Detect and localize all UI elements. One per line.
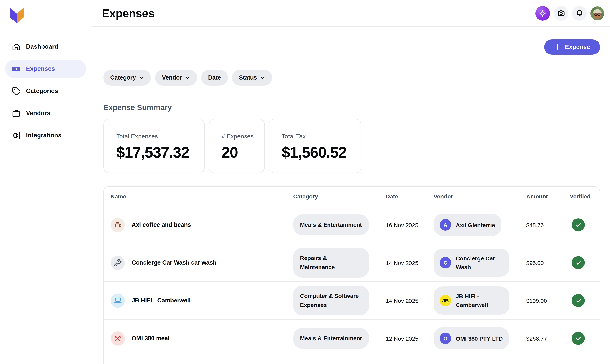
verified-check-icon — [572, 332, 585, 345]
vendor-name: OMI 380 PTY LTD — [456, 334, 503, 343]
sidebar-nav: Dashboard Expenses Categories Vendors — [5, 38, 86, 144]
expense-name: Axi coffee and beans — [132, 221, 191, 228]
card-label: Total Expenses — [116, 133, 204, 140]
vendor-avatar: JB — [440, 295, 451, 306]
category-pill: Computer & Software Expenses — [293, 286, 369, 315]
expense-amount: $48.76 — [526, 221, 570, 228]
sidebar-item-dashboard[interactable]: Dashboard — [5, 38, 86, 56]
summary-card-total-tax: Total Tax $1,560.52 — [269, 119, 361, 173]
expense-amount: $268.77 — [526, 335, 570, 342]
topbar-actions — [535, 6, 604, 20]
column-header-category: Category — [293, 193, 386, 199]
vendor-pill: CConcierge Car Wash — [434, 248, 509, 277]
table-row[interactable]: JB HIFI - Camberwell Computer & Software… — [104, 282, 600, 320]
sidebar-item-vendors[interactable]: Vendors — [5, 104, 86, 122]
coffee-cup-icon — [111, 218, 125, 232]
vendor-avatar: O — [440, 333, 451, 344]
wrench-icon — [111, 256, 125, 270]
summary-card-expense-count: # Expenses 20 — [209, 119, 265, 173]
table-row[interactable]: Concierge Car Wash car wash Repairs & Ma… — [104, 244, 600, 282]
vendor-avatar: C — [440, 257, 451, 268]
expense-amount: $95.00 — [526, 260, 570, 266]
utensils-icon — [111, 331, 125, 345]
sidebar-item-label: Dashboard — [26, 43, 58, 50]
expenses-table: Name Category Date Vendor Amount Verifie… — [103, 186, 600, 364]
vendor-avatar: A — [440, 219, 451, 231]
home-icon — [12, 42, 21, 51]
category-pill: Meals & Entertainment — [293, 214, 369, 235]
table-header: Name Category Date Vendor Amount Verifie… — [104, 187, 600, 206]
column-header-name: Name — [111, 193, 293, 199]
app: Dashboard Expenses Categories Vendors — [0, 0, 610, 364]
vendor-name: JB HIFI - Camberwell — [456, 292, 503, 309]
actions-row: Expense — [103, 39, 600, 55]
filter-bar: Category Vendor Date Status — [103, 70, 600, 86]
table-row[interactable]: OMI 380 meal Meals & Entertainment 12 No… — [104, 320, 600, 358]
chevron-down-icon — [139, 75, 144, 80]
filter-category[interactable]: Category — [103, 70, 151, 86]
vendor-pill: JBJB HIFI - Camberwell — [434, 286, 509, 315]
sidebar-item-integrations[interactable]: Integrations — [5, 126, 86, 144]
summary-cards: Total Expenses $17,537.32 # Expenses 20 … — [103, 119, 600, 173]
sidebar-item-label: Categories — [26, 88, 58, 94]
laptop-icon — [111, 293, 125, 308]
camera-button[interactable] — [554, 6, 568, 20]
chevron-down-icon — [185, 75, 190, 80]
expense-name: Concierge Car Wash car wash — [132, 259, 217, 266]
filter-vendor[interactable]: Vendor — [155, 70, 197, 86]
card-value: $1,560.52 — [282, 144, 361, 161]
ai-assistant-button[interactable] — [535, 6, 550, 20]
card-label: # Expenses — [222, 133, 264, 140]
verified-check-icon — [572, 256, 585, 269]
banknote-icon — [12, 65, 21, 73]
column-header-date: Date — [386, 193, 434, 199]
camera-icon — [557, 9, 565, 17]
chevron-down-icon — [260, 75, 265, 80]
sidebar-item-label: Integrations — [26, 132, 62, 139]
main-area: Expenses — [92, 0, 610, 364]
verified-check-icon — [572, 294, 585, 307]
sidebar-item-categories[interactable]: Categories — [5, 82, 86, 100]
verified-check-icon — [572, 218, 585, 231]
expense-date: 16 Nov 2025 — [386, 221, 434, 228]
column-header-amount: Amount — [526, 193, 570, 199]
card-label: Total Tax — [282, 133, 361, 140]
user-avatar[interactable] — [590, 6, 604, 20]
notifications-button[interactable] — [572, 6, 587, 20]
plug-icon — [12, 131, 21, 140]
sidebar-item-label: Vendors — [26, 110, 51, 117]
vendor-name: Axil Glenferrie — [456, 221, 495, 229]
content: Expense Category Vendor Date Status — [92, 27, 610, 364]
page-title: Expenses — [102, 7, 154, 20]
table-row[interactable]: Axi coffee and beans Meals & Entertainme… — [104, 206, 600, 244]
top-bar: Expenses — [92, 0, 610, 27]
sidebar: Dashboard Expenses Categories Vendors — [0, 0, 92, 364]
vendor-name: Concierge Car Wash — [456, 254, 503, 272]
expense-amount: $199.00 — [526, 297, 570, 304]
column-header-vendor: Vendor — [434, 193, 526, 199]
briefcase-icon — [12, 109, 21, 117]
bell-icon — [575, 9, 583, 17]
expense-date: 14 Nov 2025 — [386, 297, 434, 304]
brand-logo — [10, 8, 24, 24]
category-pill: Repairs & Maintenance — [293, 248, 369, 278]
vendor-pill: AAxil Glenferrie — [434, 214, 501, 236]
expense-date: 12 Nov 2025 — [386, 335, 434, 342]
sidebar-item-label: Expenses — [26, 65, 55, 72]
sparkle-icon — [538, 9, 547, 17]
plus-icon — [554, 44, 561, 51]
summary-heading: Expense Summary — [103, 103, 600, 112]
filter-date[interactable]: Date — [201, 70, 228, 86]
vendor-pill: OOMI 380 PTY LTD — [434, 327, 509, 350]
category-pill: Meals & Entertainment — [293, 328, 369, 349]
expense-name: JB HIFI - Camberwell — [132, 297, 190, 304]
filter-status[interactable]: Status — [232, 70, 272, 86]
tag-icon — [12, 87, 21, 95]
expense-date: 14 Nov 2025 — [386, 260, 434, 266]
card-value: 20 — [222, 144, 264, 161]
column-header-verified: Verified — [570, 193, 593, 199]
summary-card-total-expenses: Total Expenses $17,537.32 — [103, 119, 205, 173]
add-expense-button[interactable]: Expense — [544, 39, 600, 55]
expense-name: OMI 380 meal — [132, 335, 170, 342]
sidebar-item-expenses[interactable]: Expenses — [5, 60, 86, 78]
